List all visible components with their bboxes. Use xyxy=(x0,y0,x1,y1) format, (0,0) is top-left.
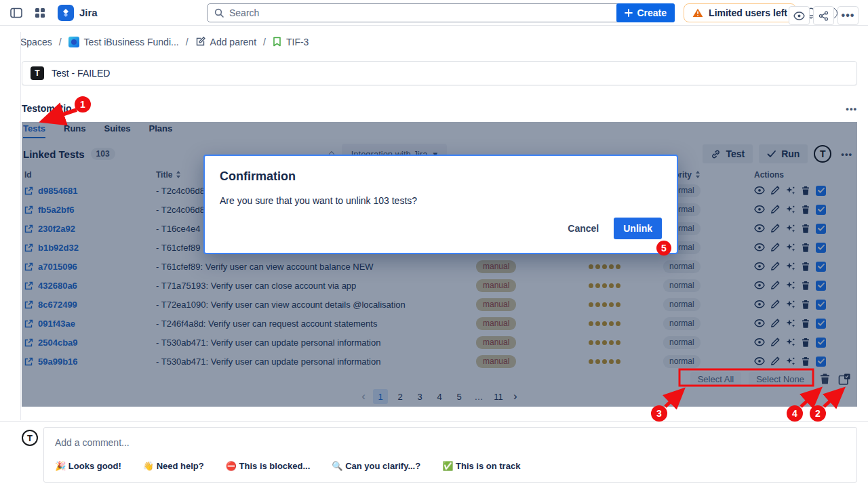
breadcrumb: Spaces / Test iBusiness Fundi... / Add p… xyxy=(0,26,868,58)
svg-text:3: 3 xyxy=(656,408,662,419)
unlink-button[interactable]: Unlink xyxy=(614,218,662,239)
top-navigation-bar: Jira Create Limited users left ? xyxy=(0,0,868,26)
plus-icon xyxy=(625,9,633,17)
more-actions-button[interactable]: ••• xyxy=(837,6,859,25)
create-button[interactable]: Create xyxy=(616,3,675,22)
bookmark-icon xyxy=(273,37,281,47)
edit-icon xyxy=(195,37,205,47)
annotation-step-4: 4 xyxy=(787,405,803,422)
global-search[interactable] xyxy=(207,3,627,22)
annotation-step-3: 3 xyxy=(651,405,667,422)
breadcrumb-issue-key[interactable]: TIF-3 xyxy=(273,37,309,47)
cancel-button[interactable]: Cancel xyxy=(568,223,599,234)
app-switcher-icon[interactable] xyxy=(35,7,45,18)
jira-logo-icon xyxy=(58,5,74,21)
jira-page: Jira Create Limited users left ? xyxy=(0,0,868,488)
jira-home-link[interactable]: Jira xyxy=(58,5,98,21)
watch-eye-button[interactable] xyxy=(789,6,810,25)
modal-body-text: Are you sure that you want to unlink 103… xyxy=(220,195,662,206)
quick-reply-0[interactable]: 🎉 Looks good! xyxy=(55,461,121,471)
panel-divider xyxy=(20,32,21,420)
section-divider xyxy=(0,421,868,422)
quick-reply-2[interactable]: ⛔ This is blocked... xyxy=(226,461,311,471)
share-button[interactable] xyxy=(813,6,834,25)
search-icon xyxy=(214,8,224,18)
test-status-title: Test - FAILED xyxy=(52,68,110,79)
testomatio-icon: T xyxy=(31,66,44,80)
comment-placeholder: Add a comment... xyxy=(55,437,846,448)
quick-reply-4[interactable]: ✅ This is on track xyxy=(442,461,520,471)
add-comment-box[interactable]: Add a comment... 🎉 Looks good!👋 Need hel… xyxy=(43,427,857,483)
quick-reply-1[interactable]: 👋 Need help? xyxy=(143,461,204,471)
breadcrumb-spaces[interactable]: Spaces xyxy=(20,37,52,47)
limited-users-warning-button[interactable]: Limited users left xyxy=(684,3,796,22)
annotation-step-2: 2 xyxy=(810,405,826,422)
breadcrumb-project[interactable]: Test iBusiness Fundi... xyxy=(68,37,179,47)
modal-title: Confirmation xyxy=(220,169,662,184)
svg-text:4: 4 xyxy=(792,408,797,419)
svg-text:2: 2 xyxy=(815,408,821,419)
app-name: Jira xyxy=(79,7,98,18)
widget-heading: Testomatio xyxy=(22,103,72,114)
quick-replies: 🎉 Looks good!👋 Need help?⛔ This is block… xyxy=(55,461,846,471)
sidebar-toggle-icon[interactable] xyxy=(10,7,22,18)
search-input[interactable] xyxy=(229,7,620,18)
space-icon xyxy=(68,37,79,47)
quick-reply-3[interactable]: 🔍 Can you clarify...? xyxy=(332,461,420,471)
warning-icon xyxy=(692,8,703,18)
widget-more-icon[interactable]: ••• xyxy=(846,104,857,114)
test-status-card[interactable]: T Test - FAILED xyxy=(22,61,857,85)
confirmation-modal: Confirmation Are you sure that you want … xyxy=(203,155,678,254)
add-parent-button[interactable]: Add parent xyxy=(195,37,257,47)
avatar: T xyxy=(22,430,38,446)
